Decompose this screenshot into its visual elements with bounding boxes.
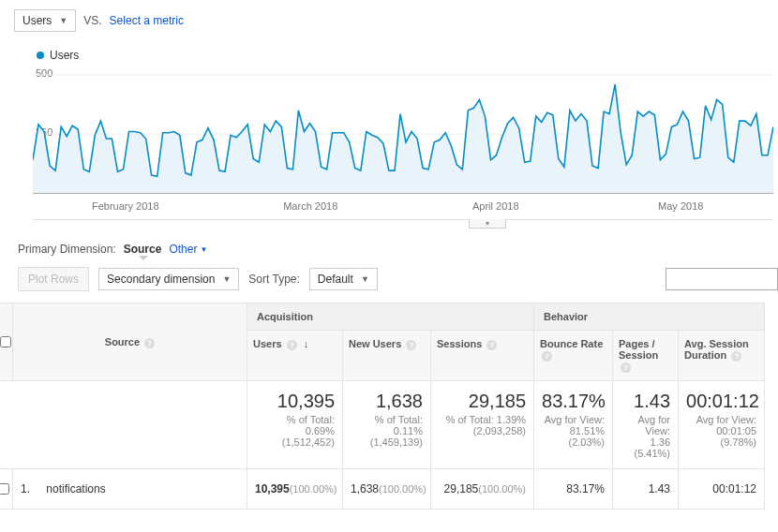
row-newusers: 1,638(100.00%) [343, 469, 431, 510]
row-newusers-pct: (100.00%) [379, 483, 426, 495]
row-newusers-value: 1,638 [351, 482, 379, 495]
row-sessions: 29,185(100.00%) [431, 469, 534, 510]
summary-bounce-sub1: Avg for View: [545, 414, 605, 425]
sort-type-value: Default [318, 273, 353, 286]
summary-sessions-sub2: (2,093,258) [473, 425, 526, 436]
sort-type-dropdown[interactable]: Default ▼ [309, 268, 378, 290]
metric-selector-dropdown[interactable]: Users ▼ [14, 9, 76, 32]
row-bounce: 83.17% [534, 469, 613, 510]
caret-down-icon: ▼ [361, 274, 369, 284]
summary-pps-sub1: Avg for View: [637, 414, 670, 436]
summary-sessions-sub1: % of Total: 1.39% [446, 414, 526, 425]
summary-bounce-value: 83.17% [542, 391, 605, 412]
caret-down-icon: ▼ [200, 245, 207, 254]
summary-newusers-value: 1,638 [351, 391, 423, 412]
table-row: 1. notifications 10,395(100.00%) 1,638(1… [0, 469, 765, 510]
row-users-value: 10,395 [255, 482, 290, 495]
summary-newusers-sub1: % of Total: 0.11% [375, 414, 423, 436]
x-tick: March 2018 [218, 200, 404, 212]
help-icon[interactable]: ? [144, 338, 155, 348]
primary-dimension-label: Primary Dimension: [18, 243, 116, 256]
chart-x-axis: February 2018 March 2018 April 2018 May … [33, 200, 773, 212]
vs-label: VS. [83, 14, 101, 27]
chart-legend: Users [37, 49, 778, 62]
help-icon[interactable]: ? [486, 340, 497, 350]
help-icon[interactable]: ? [287, 340, 297, 350]
legend-dot-icon [37, 52, 44, 59]
primary-dimension-other-label: Other [169, 243, 197, 256]
help-icon[interactable]: ? [621, 362, 631, 373]
secondary-dimension-dropdown[interactable]: Secondary dimension ▼ [98, 268, 239, 290]
col-asd-header[interactable]: Avg. Session Duration ? [679, 331, 765, 381]
data-table: Source ? Acquisition Behavior Users ? ↓ … [0, 303, 765, 510]
table-toolbar: Plot Rows Secondary dimension ▼ Sort Typ… [18, 267, 778, 291]
summary-bounce: 83.17% Avg for View: 81.51% (2.03%) [534, 381, 613, 469]
chart-area: 500 250 [33, 67, 773, 199]
summary-sessions-value: 29,185 [439, 391, 526, 412]
search-input[interactable] [666, 268, 778, 290]
summary-asd-value: 00:01:12 [686, 391, 756, 412]
col-pps-label: Pages / Session [619, 338, 658, 361]
summary-asd-sub2: 00:01:05 [716, 425, 756, 436]
summary-bounce-sub3: (2.03%) [569, 436, 606, 448]
primary-dimension-row: Primary Dimension: Source Other ▼ [18, 243, 778, 256]
caret-down-icon: ▼ [222, 274, 231, 284]
row-users: 10,395(100.00%) [247, 469, 343, 510]
summary-users: 10,395 % of Total: 0.69% (1,512,452) [247, 381, 343, 469]
row-source[interactable]: notifications [46, 482, 105, 495]
help-icon[interactable]: ? [731, 351, 741, 362]
col-sessions-header[interactable]: Sessions ? [431, 331, 534, 381]
row-sessions-pct: (100.00%) [478, 483, 526, 495]
col-bounce-label: Bounce Rate [540, 338, 603, 349]
summary-asd: 00:01:12 Avg for View: 00:01:05 (9.78%) [679, 381, 765, 469]
secondary-dimension-label: Secondary dimension [107, 273, 215, 286]
expand-chart-handle[interactable]: ▾ [469, 219, 506, 229]
row-users-pct: (100.00%) [290, 483, 337, 495]
chart-divider: ▾ [33, 219, 773, 220]
summary-users-sub2: (1,512,452) [282, 436, 335, 448]
sort-desc-icon: ↓ [304, 338, 309, 349]
primary-dimension-active[interactable]: Source [124, 243, 162, 256]
row-asd: 00:01:12 [679, 469, 765, 510]
help-icon[interactable]: ? [542, 351, 552, 362]
summary-newusers: 1,638 % of Total: 0.11% (1,459,139) [343, 381, 431, 469]
sort-type-label: Sort Type: [248, 273, 299, 286]
table-summary-row: 10,395 % of Total: 0.69% (1,512,452) 1,6… [0, 381, 765, 469]
summary-pps: 1.43 Avg for View: 1.36 (5.41%) [613, 381, 679, 469]
col-users-label: Users [253, 338, 282, 349]
summary-users-value: 10,395 [255, 391, 335, 412]
summary-users-sub1: % of Total: 0.69% [287, 414, 335, 436]
line-chart-svg [33, 67, 773, 199]
summary-pps-sub2: 1.36 [651, 436, 670, 448]
metric-selector-label: Users [22, 14, 52, 27]
row-index: 1. [21, 482, 43, 495]
plot-rows-button[interactable]: Plot Rows [18, 267, 89, 291]
summary-asd-sub1: Avg for View: [696, 414, 756, 425]
group-behavior-label: Behavior [544, 311, 588, 322]
col-sessions-label: Sessions [437, 338, 482, 349]
col-bounce-header[interactable]: Bounce Rate ? [534, 331, 613, 381]
col-pps-header[interactable]: Pages / Session ? [613, 331, 679, 381]
summary-pps-value: 1.43 [621, 391, 670, 412]
legend-series-label: Users [50, 49, 79, 62]
summary-sessions: 29,185 % of Total: 1.39% (2,093,258) [431, 381, 534, 469]
summary-bounce-sub2: 81.51% [570, 425, 605, 436]
primary-dimension-other[interactable]: Other ▼ [169, 243, 207, 256]
select-metric-link[interactable]: Select a metric [110, 14, 184, 27]
table-header-groups: Source ? Acquisition Behavior [0, 303, 765, 331]
row-sessions-value: 29,185 [444, 482, 479, 495]
col-users-header[interactable]: Users ? ↓ [247, 331, 343, 381]
select-all-checkbox[interactable] [0, 336, 11, 347]
x-tick: May 2018 [589, 200, 774, 212]
top-controls: Users ▼ VS. Select a metric [14, 9, 778, 32]
help-icon[interactable]: ? [406, 340, 416, 350]
summary-newusers-sub2: (1,459,139) [370, 436, 423, 448]
summary-asd-sub3: (9.78%) [721, 436, 757, 448]
x-tick: February 2018 [33, 200, 218, 212]
group-acquisition-label: Acquisition [257, 311, 313, 322]
summary-pps-sub3: (5.41%) [635, 448, 671, 459]
row-pps: 1.43 [613, 469, 679, 510]
caret-down-icon: ▼ [59, 16, 67, 25]
col-newusers-header[interactable]: New Users ? [343, 331, 431, 381]
row-checkbox[interactable] [0, 483, 9, 495]
